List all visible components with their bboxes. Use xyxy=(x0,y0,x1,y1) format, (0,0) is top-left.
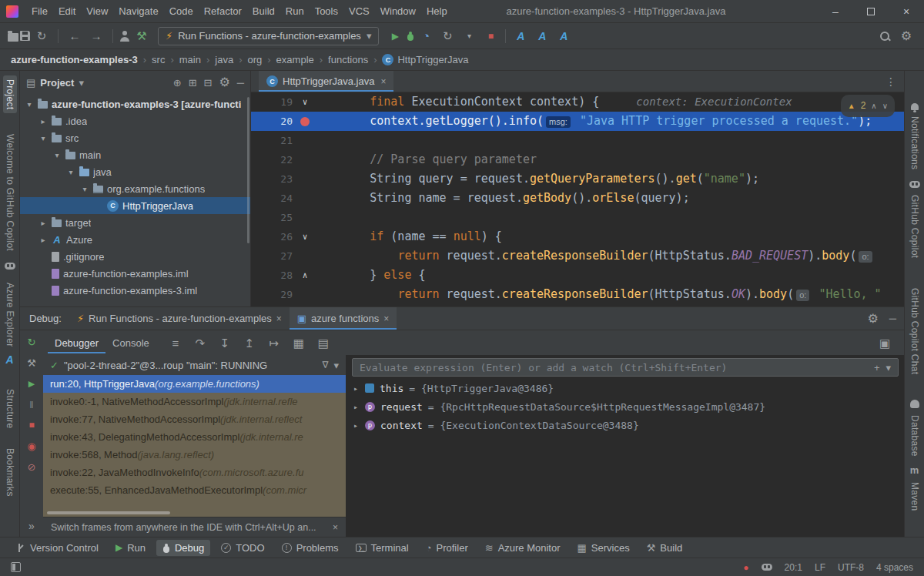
inspections-widget[interactable]: 2 ∧ ∨ xyxy=(841,95,895,117)
code-line[interactable]: 20 context.getLogger().info(msg: "Java H… xyxy=(251,112,904,131)
code-line[interactable]: 22 // Parse query parameter xyxy=(251,150,904,169)
github-copilot-icon[interactable] xyxy=(909,181,920,188)
tool-button-azure-monitor[interactable]: Azure Monitor xyxy=(479,540,567,556)
code-line[interactable]: 24 String name = request.getBody().orEls… xyxy=(251,189,904,208)
tree-item[interactable]: ▸.idea xyxy=(20,112,250,129)
back-icon[interactable] xyxy=(65,27,85,45)
save-icon[interactable] xyxy=(20,31,30,41)
stack-frame[interactable]: invoke:568, Method (java.lang.reflect) xyxy=(43,446,346,464)
maximize-button[interactable] xyxy=(853,0,889,22)
debug-tab[interactable]: azure functions xyxy=(290,307,397,330)
profiler-run-icon[interactable] xyxy=(416,27,436,45)
pause-icon[interactable] xyxy=(22,397,41,412)
variable-row[interactable]: ▸pcontext = {ExecutionContextDataSource@… xyxy=(352,416,899,434)
menu-run[interactable]: Run xyxy=(280,3,310,19)
chevron-right-icon[interactable]: ▸ xyxy=(352,403,360,411)
code-line[interactable]: 26∨ if (name == null) { xyxy=(251,227,904,246)
close-tab-icon[interactable] xyxy=(380,77,386,86)
tree-chevron-icon[interactable]: ▾ xyxy=(66,168,75,176)
sync-icon[interactable] xyxy=(32,27,52,45)
stack-frame[interactable]: invoke:22, JavaMethodInvokeInfo (com.mic… xyxy=(43,464,346,481)
tool-button-project[interactable]: Project xyxy=(3,75,17,113)
tool-button-terminal[interactable]: Terminal xyxy=(350,540,415,556)
project-tree-scrollbar[interactable] xyxy=(247,97,249,243)
debug-view-console[interactable]: Console xyxy=(105,333,156,353)
run-configuration-select[interactable]: Run Functions - azure-function-examples xyxy=(158,27,379,45)
fold-up-icon[interactable]: ∧ xyxy=(303,266,308,285)
tree-item[interactable]: .gitignore xyxy=(20,248,250,265)
variable-row[interactable]: ▸prequest = {RpcHttpRequestDataSource$Ht… xyxy=(352,397,899,416)
add-watch-icon[interactable] xyxy=(874,363,880,373)
tool-button-debug[interactable]: Debug xyxy=(156,540,210,556)
tree-item[interactable]: ▸AAzure xyxy=(20,231,250,248)
breadcrumb-item[interactable]: java xyxy=(215,54,233,65)
fold-down-icon[interactable]: ∨ xyxy=(303,227,308,246)
stack-frame[interactable]: invoke:43, DelegatingMethodAccessorImpl … xyxy=(43,428,346,446)
status-lf[interactable]: LF xyxy=(815,562,825,573)
azure-action-3-icon[interactable] xyxy=(554,27,574,45)
tree-chevron-icon[interactable]: ▾ xyxy=(25,100,34,109)
close-icon[interactable] xyxy=(383,314,389,323)
code-line[interactable]: 19∨ final ExecutionContext context) {con… xyxy=(251,92,904,112)
debug-view-debugger[interactable]: Debugger xyxy=(48,333,105,353)
tool-button-notifications[interactable]: Notifications xyxy=(908,112,922,173)
tree-chevron-icon[interactable]: ▾ xyxy=(52,151,62,159)
chevron-down-icon[interactable] xyxy=(333,360,339,370)
azure-action-1-icon[interactable] xyxy=(511,27,531,45)
github-copilot-icon[interactable] xyxy=(5,263,15,270)
view-grid-icon[interactable] xyxy=(289,333,309,352)
tree-item[interactable]: ▾azure-function-examples-3 [azure-functi xyxy=(20,95,250,112)
tool-button-todo[interactable]: TODO xyxy=(215,540,270,556)
debug-tab[interactable]: Run Functions - azure-function-examples xyxy=(69,307,290,330)
more-options-icon[interactable] xyxy=(886,76,896,87)
tool-button-github-copilot-chat[interactable]: GitHub Copilot Chat xyxy=(908,284,922,378)
notifications-icon[interactable] xyxy=(911,103,919,110)
tree-item[interactable]: ▾org.example.functions xyxy=(20,180,250,197)
tree-item[interactable]: CHttpTriggerJava xyxy=(20,197,250,214)
minimize-button[interactable]: – xyxy=(818,0,853,22)
menu-file[interactable]: File xyxy=(26,3,53,19)
tool-button-welcome-github-copilot[interactable]: Welcome to GitHub Copilot xyxy=(3,130,17,255)
expand-all-icon[interactable] xyxy=(189,76,197,89)
tool-button-problems[interactable]: Problems xyxy=(276,540,345,556)
azure-explorer-icon[interactable] xyxy=(5,354,13,365)
menu-vcs[interactable]: VCS xyxy=(343,3,375,19)
editor-tab[interactable]: C HttpTriggerJava.java xyxy=(259,71,393,92)
breadcrumb-item[interactable]: main xyxy=(179,54,201,65)
run-to-cursor-icon[interactable] xyxy=(264,333,284,352)
locate-icon[interactable] xyxy=(173,76,182,89)
step-out-icon[interactable] xyxy=(239,333,259,352)
breadcrumb-item[interactable]: src xyxy=(152,54,165,65)
breakpoint-icon[interactable] xyxy=(300,117,310,126)
breadcrumb-item[interactable]: azure-function-examples-3 xyxy=(11,54,138,65)
previous-problem-icon[interactable]: ∧ xyxy=(871,96,876,116)
tree-chevron-icon[interactable]: ▾ xyxy=(38,134,48,142)
settings-icon[interactable] xyxy=(219,76,229,89)
build-hammer-icon[interactable] xyxy=(132,27,152,45)
menu-navigate[interactable]: Navigate xyxy=(113,3,163,19)
resume-icon[interactable] xyxy=(22,376,41,391)
tree-item[interactable]: ▾java xyxy=(20,163,250,180)
code-line[interactable]: 21 xyxy=(251,131,904,150)
menu-tools[interactable]: Tools xyxy=(310,3,343,19)
code-line[interactable]: 23 String query = request.getQueryParame… xyxy=(251,169,904,189)
status-utf-8[interactable]: UTF-8 xyxy=(838,562,864,573)
tool-button-structure[interactable]: Structure xyxy=(3,385,17,432)
code-line[interactable]: 27 return request.createResponseBuilder(… xyxy=(251,246,904,266)
code-line[interactable]: 28∧ } else { xyxy=(251,266,904,285)
settings-gear-icon[interactable] xyxy=(867,313,878,325)
menu-edit[interactable]: Edit xyxy=(53,3,81,19)
azure-action-2-icon[interactable] xyxy=(532,27,552,45)
forward-icon[interactable] xyxy=(86,27,106,45)
search-icon[interactable] xyxy=(879,31,890,42)
view-rows-icon[interactable] xyxy=(313,333,333,352)
tree-item[interactable]: azure-function-examples.iml xyxy=(20,265,250,282)
tool-button-github-copilot[interactable]: GitHub Copilot xyxy=(908,191,922,262)
maven-icon[interactable] xyxy=(910,465,919,475)
project-view-selector[interactable]: Project xyxy=(40,77,74,89)
breadcrumb-item[interactable]: org xyxy=(247,54,262,65)
tool-button-services[interactable]: Services xyxy=(571,540,636,556)
fold-down-icon[interactable]: ∨ xyxy=(303,92,308,112)
view-breakpoints-icon[interactable] xyxy=(22,438,41,454)
code-line[interactable]: 25 xyxy=(251,208,904,227)
